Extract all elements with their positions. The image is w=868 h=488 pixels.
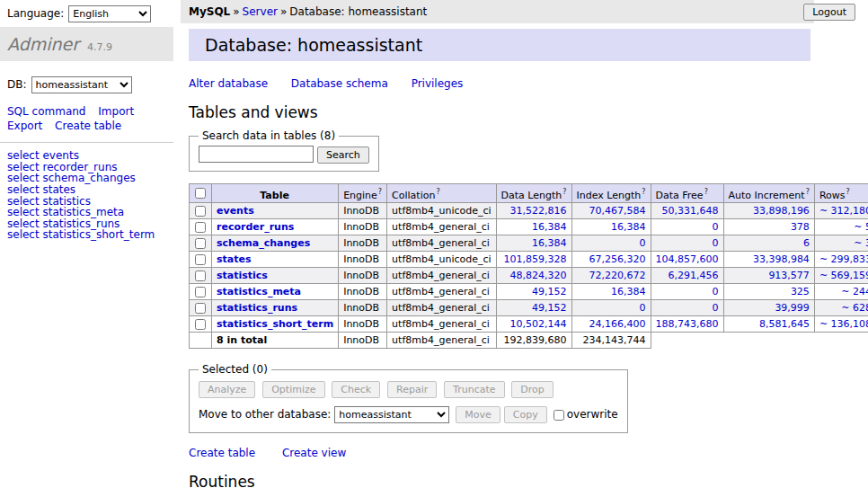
bulk-action-button[interactable]: Truncate: [444, 381, 504, 398]
data-length-link[interactable]: 48,824,320: [510, 270, 567, 281]
data-free-cell: 50,331,648: [651, 203, 723, 219]
adminer-logo[interactable]: Adminer: [7, 34, 79, 54]
sidebar-table-link[interactable]: select statistics_short_term: [7, 229, 166, 241]
auto-increment-link[interactable]: 8,581,645: [759, 318, 810, 330]
row-checkbox[interactable]: [195, 319, 206, 330]
rows-count-link[interactable]: ~ 5: [854, 221, 868, 233]
bulk-action-button[interactable]: Drop: [511, 381, 553, 398]
data-free-link[interactable]: 188,743,680: [656, 318, 719, 330]
move-button[interactable]: Move: [456, 406, 500, 423]
auto-increment-link[interactable]: 378: [791, 221, 810, 233]
data-length-link[interactable]: 10,502,144: [510, 318, 567, 330]
index-length-link[interactable]: 16,384: [611, 221, 646, 233]
row-checkbox[interactable]: [195, 287, 206, 297]
rows-count-link[interactable]: ~ 299,833: [819, 253, 868, 265]
data-free-link[interactable]: 0: [713, 302, 719, 314]
table-name-link[interactable]: states: [217, 253, 252, 265]
table-name-link[interactable]: schema_changes: [217, 237, 310, 249]
index-length-link[interactable]: 72,220,672: [589, 270, 646, 281]
column-help-link[interactable]: ?: [642, 188, 645, 196]
data-free-link[interactable]: 6,291,456: [669, 270, 719, 281]
sidebar-action-link[interactable]: Import: [98, 105, 134, 118]
rows-count-link[interactable]: ~ 312,180: [819, 205, 868, 217]
auto-increment-link[interactable]: 33,898,196: [753, 205, 810, 217]
column-help-link[interactable]: ?: [436, 188, 439, 196]
table-row: statistics_short_term InnoDB utf8mb4_gen…: [190, 316, 868, 333]
search-button[interactable]: Search: [317, 146, 369, 164]
auto-increment-link[interactable]: 33,398,984: [753, 253, 810, 265]
bulk-action-button[interactable]: Analyze: [199, 381, 255, 398]
row-checkbox[interactable]: [195, 238, 206, 249]
bulk-action-button[interactable]: Check: [332, 381, 380, 398]
overwrite-label: overwrite: [567, 408, 618, 421]
column-help-link[interactable]: ?: [378, 188, 382, 196]
data-free-link[interactable]: 50,331,648: [662, 205, 719, 217]
data-length-link[interactable]: 49,152: [532, 302, 567, 314]
row-checkbox[interactable]: [195, 271, 206, 281]
data-length-link[interactable]: 49,152: [532, 286, 567, 297]
index-length-link[interactable]: 0: [640, 237, 646, 249]
table-name-link[interactable]: recorder_runs: [217, 221, 294, 233]
bulk-action-button[interactable]: Repair: [387, 381, 437, 398]
rows-count-link[interactable]: ~ 3: [854, 237, 868, 249]
database-nav-link[interactable]: Alter database: [189, 77, 268, 90]
column-help-link[interactable]: ?: [704, 188, 708, 196]
search-input[interactable]: [199, 146, 314, 163]
database-nav-links: Alter database Database schema Privilege…: [189, 77, 810, 90]
rows-count-link[interactable]: ~ 244: [841, 286, 868, 297]
data-free-link[interactable]: 104,857,600: [656, 253, 719, 265]
column-help-link[interactable]: ?: [806, 188, 810, 196]
column-help-link[interactable]: ?: [562, 188, 566, 196]
select-all-checkbox[interactable]: [195, 188, 206, 199]
data-free-link[interactable]: 0: [713, 221, 719, 233]
data-free-link[interactable]: 0: [713, 237, 719, 249]
bulk-action-button[interactable]: Optimize: [262, 381, 324, 398]
table-name-link[interactable]: events: [217, 205, 254, 217]
logout-button[interactable]: Logout: [803, 4, 855, 21]
database-nav-link[interactable]: Database schema: [291, 77, 388, 90]
column-help-link[interactable]: ?: [846, 188, 849, 196]
row-checkbox[interactable]: [195, 222, 206, 233]
copy-button[interactable]: Copy: [504, 406, 547, 423]
create-link[interactable]: Create table: [189, 447, 255, 459]
table-name-link[interactable]: statistics_runs: [217, 302, 297, 314]
sidebar-table-link[interactable]: select statistics_meta: [7, 207, 166, 218]
index-length-link[interactable]: 24,166,400: [589, 318, 646, 330]
overwrite-checkbox[interactable]: [554, 410, 564, 421]
row-checkbox[interactable]: [195, 303, 206, 314]
auto-increment-link[interactable]: 325: [791, 286, 810, 297]
rows-count-link[interactable]: ~ 569,159: [819, 270, 868, 281]
data-length-link[interactable]: 101,859,328: [504, 253, 567, 265]
table-name-link[interactable]: statistics_short_term: [217, 318, 333, 330]
auto-increment-link[interactable]: 913,577: [768, 270, 810, 281]
auto-increment-link[interactable]: 39,999: [775, 302, 810, 314]
index-length-link[interactable]: 70,467,584: [589, 205, 646, 217]
index-length-link[interactable]: 0: [640, 302, 646, 314]
table-name-link[interactable]: statistics_meta: [217, 286, 301, 297]
data-free-link[interactable]: 0: [713, 286, 719, 297]
move-db-select[interactable]: homeassistant: [334, 406, 449, 423]
data-length-link[interactable]: 16,384: [532, 237, 567, 249]
move-label: Move to other database:: [199, 408, 331, 421]
sidebar-table-link[interactable]: select events: [7, 150, 166, 162]
create-link[interactable]: Create view: [282, 447, 346, 459]
table-name-link[interactable]: statistics: [217, 270, 268, 281]
sidebar-action-link[interactable]: Export: [7, 120, 42, 132]
database-nav-link[interactable]: Privileges: [412, 77, 464, 90]
sidebar-table-link[interactable]: select states: [7, 184, 166, 196]
sidebar-action-link[interactable]: Create table: [55, 120, 121, 132]
db-select[interactable]: homeassistant: [31, 76, 132, 93]
auto-increment-link[interactable]: 6: [803, 237, 810, 249]
data-length-link[interactable]: 16,384: [532, 221, 567, 233]
rows-count-link[interactable]: ~ 136,108: [819, 318, 868, 330]
sidebar-action-link[interactable]: SQL command: [7, 105, 85, 118]
row-checkbox[interactable]: [195, 206, 206, 217]
breadcrumb-server-link[interactable]: Server: [243, 5, 278, 18]
auto-increment-cell: 33,898,196: [723, 203, 814, 219]
data-length-link[interactable]: 31,522,816: [510, 205, 567, 217]
rows-count-link[interactable]: ~ 628: [841, 302, 868, 314]
index-length-link[interactable]: 67,256,320: [589, 253, 646, 265]
language-select[interactable]: English: [68, 5, 151, 22]
index-length-link[interactable]: 16,384: [611, 286, 646, 297]
row-checkbox[interactable]: [195, 254, 206, 265]
